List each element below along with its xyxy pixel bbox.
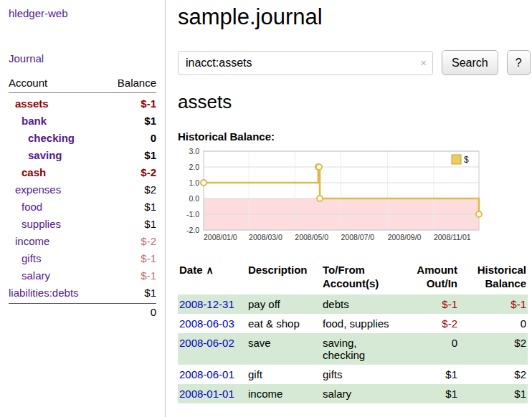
accounts-col-balance: Balance: [118, 77, 156, 89]
account-link[interactable]: gifts: [22, 250, 42, 267]
transaction-date-link[interactable]: 2008-06-03: [179, 317, 234, 330]
journal-nav-row: Journal: [9, 52, 156, 65]
account-balance: $1: [144, 284, 156, 302]
account-link[interactable]: income: [15, 233, 49, 250]
app-title-link[interactable]: hledger-web: [9, 7, 68, 19]
col-header-amount: Amount Out/In: [407, 262, 465, 294]
account-row: income$-2: [9, 233, 156, 250]
account-link[interactable]: cash: [22, 164, 46, 181]
register-row: 2008-12-31pay offdebts$-1$-1: [178, 294, 528, 314]
account-balance: $1: [144, 198, 156, 216]
account-row: checking0: [9, 130, 156, 147]
account-link[interactable]: expenses: [15, 181, 61, 198]
data-point: [317, 196, 323, 201]
transaction-date-link[interactable]: 2008-06-02: [179, 337, 234, 349]
transaction-balance: $1: [465, 384, 528, 403]
x-tick-label: 2008/09/0: [388, 233, 422, 241]
sidebar: hledger-web Journal Account Balance asse…: [0, 0, 166, 417]
register-row: 2008-01-01incomesalary$1$1: [178, 384, 528, 403]
transaction-amount: $1: [407, 384, 465, 403]
accounts-header: Account Balance: [9, 77, 156, 93]
main-content: sample.journal × Search ? assets Histori…: [178, 0, 532, 403]
transaction-date-link[interactable]: 2008-01-01: [179, 388, 234, 400]
data-point: [476, 211, 482, 217]
balance-header-line2: Balance: [485, 277, 526, 289]
account-row: supplies$1: [9, 216, 156, 233]
data-point: [201, 180, 206, 186]
transaction-date-link[interactable]: 2008-12-31: [179, 298, 234, 310]
accounts-total: 0: [9, 303, 156, 318]
journal-nav-link[interactable]: Journal: [9, 52, 44, 64]
transaction-accounts: gifts: [321, 365, 407, 384]
transaction-amount: 0: [407, 333, 465, 365]
accounts-col-account: Account: [9, 77, 47, 89]
transaction-amount: $1: [407, 365, 465, 384]
transaction-date-link[interactable]: 2008-06-01: [179, 368, 234, 380]
transaction-balance: $-1: [465, 294, 528, 314]
transaction-balance: $2: [465, 365, 528, 384]
transaction-amount: $-2: [407, 314, 465, 333]
search-input[interactable]: [178, 51, 433, 75]
date-header-label: Date: [179, 264, 203, 276]
account-row: assets$-1: [9, 95, 156, 112]
x-tick-label: 2008/05/0: [295, 233, 328, 241]
account-link[interactable]: checking: [28, 130, 75, 147]
y-tick-label: 2.0: [189, 163, 199, 171]
amount-header-line1: Amount: [417, 264, 457, 276]
historical-balance-chart: 2008/01/02008/03/02008/05/02008/07/02008…: [178, 145, 515, 253]
register-row: 2008-06-01giftgifts$1$2: [178, 365, 528, 384]
account-link[interactable]: liabilities:debts: [9, 284, 79, 302]
transaction-balance: $2: [465, 333, 528, 365]
account-row: salary$-1: [9, 267, 156, 284]
account-balance: $-2: [141, 164, 156, 181]
page-title: sample.journal: [178, 4, 532, 30]
transaction-accounts: salary: [321, 384, 407, 403]
account-link[interactable]: food: [22, 198, 42, 216]
sort-ascending-icon: ∧: [206, 264, 214, 276]
account-link[interactable]: salary: [22, 267, 50, 284]
account-balance: $-1: [141, 267, 156, 284]
account-balance: $2: [144, 181, 156, 198]
account-link[interactable]: bank: [22, 112, 47, 130]
transaction-accounts: debts: [321, 294, 407, 314]
transaction-description: eat & shop: [247, 314, 321, 333]
transaction-description: income: [247, 384, 321, 403]
amount-header-line2: Out/In: [427, 277, 457, 289]
y-tick-label: -1.0: [186, 210, 199, 219]
legend-label: $: [464, 155, 469, 165]
y-tick-label: 0.0: [189, 194, 199, 203]
legend-swatch: [452, 155, 461, 164]
chart-title: Historical Balance:: [178, 130, 532, 143]
x-tick-label: 2008/07/0: [341, 233, 374, 241]
account-link[interactable]: supplies: [22, 216, 61, 233]
account-row: cash$-2: [9, 164, 156, 181]
transaction-accounts: saving, checking: [321, 333, 407, 365]
col-header-date[interactable]: Date∧: [178, 262, 247, 294]
account-balance: 0: [151, 130, 156, 147]
transaction-balance: 0: [465, 314, 528, 333]
search-button[interactable]: Search: [442, 50, 498, 75]
transaction-description: save: [247, 333, 321, 365]
col-header-description: Description: [247, 262, 321, 294]
y-tick-label: 1.0: [189, 178, 199, 187]
x-tick-label: 2008/11/01: [434, 233, 471, 241]
account-row: liabilities:debts$1: [9, 284, 156, 302]
col-header-balance: Historical Balance: [465, 262, 528, 294]
search-row: × Search ?: [178, 50, 532, 75]
accounts-panel: Account Balance assets$-1bank$1checking0…: [9, 77, 156, 318]
account-balance: $-1: [141, 250, 156, 267]
account-link[interactable]: saving: [28, 147, 62, 164]
account-heading: assets: [178, 91, 532, 113]
help-button[interactable]: ?: [507, 50, 531, 75]
x-tick-label: 2008/03/0: [249, 233, 282, 241]
search-box: ×: [178, 51, 433, 75]
account-link[interactable]: assets: [15, 95, 49, 112]
accounts-header-line1: To/From: [323, 264, 365, 276]
account-balance: $1: [144, 112, 156, 130]
y-tick-label: -2.0: [186, 226, 199, 234]
register-row: 2008-06-03eat & shopfood, supplies$-20: [178, 314, 528, 333]
register-body: 2008-12-31pay offdebts$-1$-12008-06-03ea…: [178, 294, 528, 403]
clear-icon[interactable]: ×: [420, 57, 427, 70]
app-title-row: hledger-web: [9, 7, 156, 20]
transaction-accounts: food, supplies: [321, 314, 407, 333]
